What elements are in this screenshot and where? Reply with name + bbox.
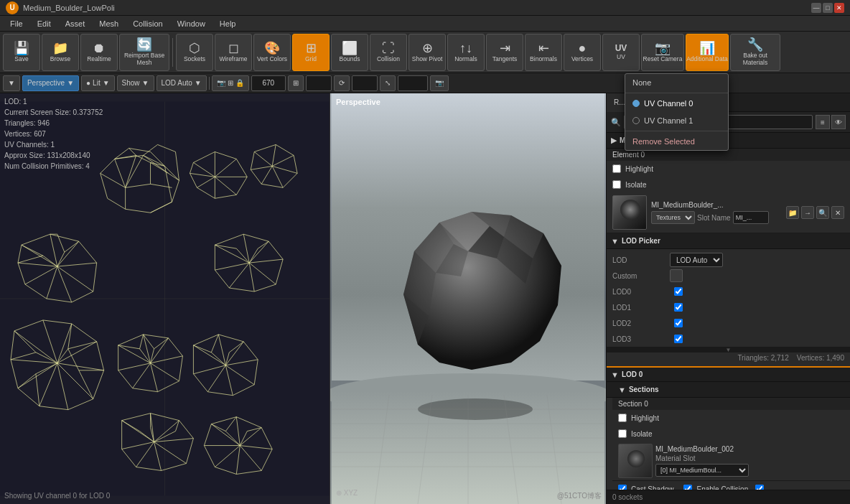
lod0-checkbox[interactable]: [674, 287, 683, 296]
lod0-section-header[interactable]: ▼ LOD 0: [607, 366, 850, 382]
zoom-input[interactable]: [251, 75, 286, 91]
mat-arrow-btn[interactable]: →: [801, 206, 814, 219]
bake-materials-button[interactable]: 🔧 Bake out Materials: [730, 34, 780, 71]
show-button[interactable]: Show ▼: [117, 75, 154, 91]
toolbar-separator-1: [172, 38, 173, 67]
lod-stats: Triangles: 2,712 Vertices: 1,490: [607, 353, 850, 363]
mat-clear-btn[interactable]: ✕: [831, 206, 844, 219]
scroll-indicator: ▼: [607, 347, 850, 353]
textures-select[interactable]: Textures: [651, 211, 695, 224]
angle-icon: ⟳: [339, 79, 345, 87]
mat-browse-btn[interactable]: 📁: [786, 206, 799, 219]
save-button[interactable]: 💾 Save: [3, 34, 40, 71]
dropdown-sep-2: [625, 131, 728, 131]
vertices-button[interactable]: ● Vertices: [564, 34, 601, 71]
dropdown-uv0[interactable]: UV Channel 0: [625, 95, 728, 112]
vp-snap-icon[interactable]: ⊞: [288, 75, 304, 91]
element-0-label: Element 0: [612, 151, 645, 159]
isolate-checkbox[interactable]: [612, 180, 621, 189]
section-material-slot-select-wrap: [0] MI_MediumBoul...: [655, 464, 844, 477]
save-icon: 💾: [14, 42, 29, 55]
perspective-button[interactable]: Perspective ▼: [22, 75, 79, 91]
dropdown-remove[interactable]: Remove Selected: [625, 133, 728, 150]
section-isolate-row: Isolate: [612, 426, 850, 442]
reset-camera-button[interactable]: 📷 Reset Camera: [641, 34, 684, 71]
tangents-label: Tangents: [492, 56, 518, 62]
material-thumbnail-row: MI_MediumBoulder_... Textures Slot Name …: [607, 192, 850, 233]
menu-window[interactable]: Window: [170, 18, 212, 29]
lod-picker-section-header[interactable]: ▼ LOD Picker: [607, 233, 850, 249]
lod3-checkbox[interactable]: [674, 335, 683, 343]
menu-file[interactable]: File: [3, 18, 30, 29]
highlight-checkbox[interactable]: [612, 164, 621, 173]
mat-search-btn[interactable]: 🔍: [816, 206, 829, 219]
maximize-button[interactable]: □: [823, 3, 833, 13]
uv-button[interactable]: UV UV: [602, 34, 640, 71]
bake-materials-icon: 🔧: [747, 38, 763, 51]
boulder-svg: [330, 93, 606, 504]
bounds-button[interactable]: ⬜ Bounds: [331, 34, 368, 71]
socket-count-bar: 0 sockets: [607, 490, 850, 504]
section-isolate-cb[interactable]: [618, 429, 627, 438]
tangents-button[interactable]: ⇥ Tangents: [486, 34, 523, 71]
section-highlight-cb[interactable]: [618, 414, 627, 422]
menu-mesh[interactable]: Mesh: [92, 18, 126, 29]
lod-select[interactable]: LOD Auto LOD 0 LOD 1 LOD 2 LOD 3: [670, 253, 723, 267]
binormals-button[interactable]: ⇤ Binormals: [525, 34, 562, 71]
uv-viewport[interactable]: LOD: 1 Current Screen Size: 0.373752 Tri…: [0, 93, 330, 504]
grid-input[interactable]: 10: [306, 75, 332, 91]
show-pivot-label: Show Pivot: [412, 56, 443, 62]
menu-collision[interactable]: Collision: [126, 18, 170, 29]
scale-snap-btn[interactable]: ⤡: [380, 75, 396, 91]
uv-channel-info: Showing UV channel 0 for LOD 0: [4, 492, 110, 500]
menu-edit[interactable]: Edit: [30, 18, 58, 29]
sockets-button[interactable]: ⬡ Sockets: [176, 34, 213, 71]
search-eye-btn[interactable]: 👁: [831, 115, 846, 129]
bounds-icon: ⬜: [342, 42, 358, 55]
camera-speed-btn[interactable]: 📷: [430, 75, 449, 91]
minimize-button[interactable]: —: [811, 3, 821, 13]
show-pivot-button[interactable]: ⊕ Show Pivot: [408, 34, 446, 71]
additional-data-button[interactable]: 📊 Additional Data: [686, 34, 729, 71]
lod1-checkbox[interactable]: [674, 303, 683, 312]
grid-button[interactable]: ⊞ Grid: [292, 34, 330, 71]
reimport-label: Reimport Base Mesh: [120, 52, 169, 66]
browse-button[interactable]: 📁 Browse: [42, 34, 79, 71]
custom-toggle[interactable]: [670, 269, 683, 282]
viewport-menu-button[interactable]: ▼: [3, 75, 20, 91]
binormals-label: Binormals: [530, 56, 557, 62]
isolate-row: Isolate: [607, 177, 850, 192]
collision-icon: ⛶: [382, 42, 395, 55]
lit-button[interactable]: ● Lit ▼: [81, 75, 115, 91]
slot-name-input[interactable]: [733, 211, 769, 224]
reimport-button[interactable]: 🔄 Reimport Base Mesh: [119, 34, 169, 71]
3d-viewport[interactable]: Perspective: [330, 93, 606, 504]
dropdown-uv1[interactable]: UV Channel 1: [625, 112, 728, 129]
lod2-checkbox[interactable]: [674, 319, 683, 327]
collision-button[interactable]: ⛶ Collision: [370, 34, 407, 71]
realtime-button[interactable]: ⏺ Realtime: [80, 34, 118, 71]
enable-collision-cb[interactable]: [683, 485, 692, 490]
scale-input[interactable]: 0.25: [398, 75, 428, 91]
browse-label: Browse: [50, 56, 70, 62]
perspective-chevron: ▼: [67, 79, 74, 87]
angle-input[interactable]: 10: [352, 75, 378, 91]
section-material-thumb: [618, 444, 653, 478]
uv-channel-dropdown[interactable]: None UV Channel 0 UV Channel 1 Remove Se…: [625, 93, 729, 151]
sections-header[interactable]: ▼ Sections: [607, 382, 850, 398]
normals-button[interactable]: ↑↓ Normals: [447, 34, 485, 71]
menu-asset[interactable]: Asset: [58, 18, 93, 29]
close-button[interactable]: ✕: [834, 3, 844, 13]
lod-picker-title: LOD Picker: [622, 237, 660, 245]
angle-snap-btn[interactable]: ⟳: [334, 75, 350, 91]
lod-picker-chevron: ▼: [611, 237, 619, 246]
cast-shadow-cb[interactable]: [618, 485, 627, 490]
search-filter-btn[interactable]: ≡: [816, 115, 830, 129]
menu-help[interactable]: Help: [212, 18, 243, 29]
extra-cb[interactable]: [755, 485, 764, 490]
vert-colors-button[interactable]: 🎨 Vert Colors: [253, 34, 291, 71]
lod-auto-button[interactable]: LOD Auto ▼: [157, 75, 207, 91]
section-material-slot-select[interactable]: [0] MI_MediumBoul...: [655, 464, 749, 477]
grid-label: Grid: [305, 56, 317, 62]
wireframe-button[interactable]: ◻ Wireframe: [215, 34, 252, 71]
